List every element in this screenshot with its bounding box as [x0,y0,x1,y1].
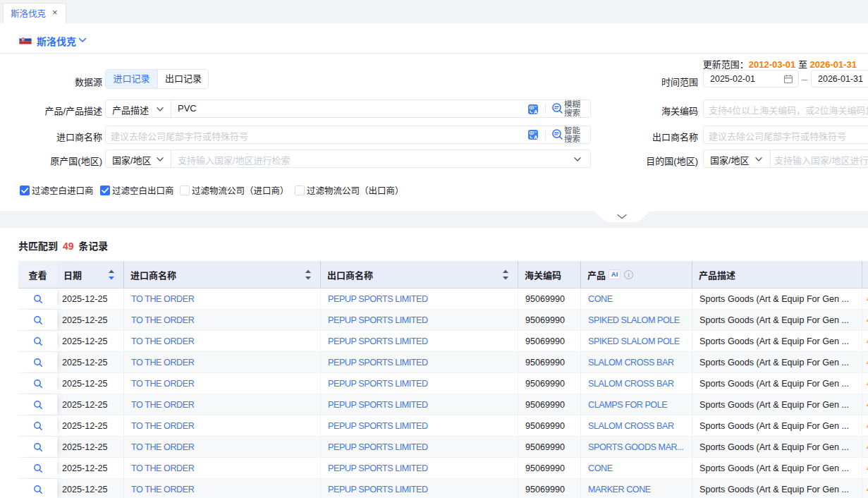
svg-text:A: A [534,134,538,140]
svg-text:A: A [534,109,538,114]
